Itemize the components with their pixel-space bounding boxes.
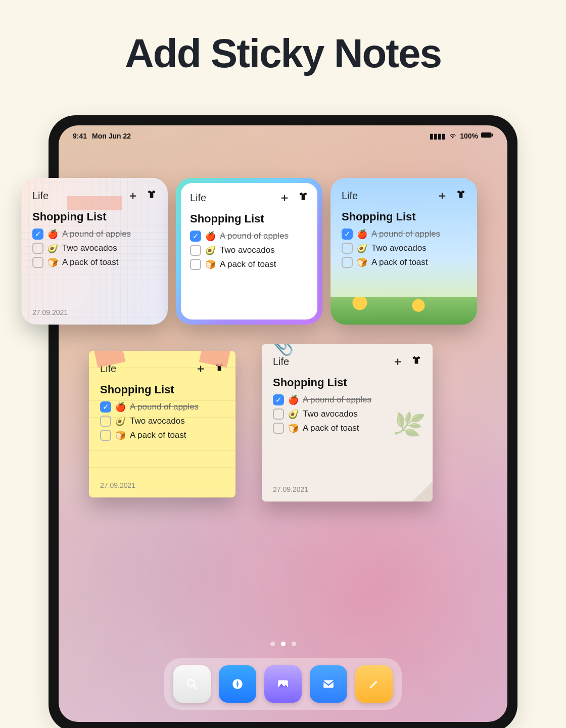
todo-item[interactable]: 🥑 Two avocados (32, 243, 157, 254)
dock-app-search[interactable] (173, 665, 211, 703)
todo-text: A pound of apples (220, 231, 289, 241)
dock-app-notes[interactable] (355, 665, 393, 703)
checkbox-empty-icon[interactable] (190, 259, 201, 270)
note-date: 27.09.2021 (273, 485, 308, 493)
todo-item[interactable]: ✓ 🍎 A pound of apples (190, 231, 308, 242)
dock (164, 658, 402, 710)
todo-emoji: 🍎 (115, 402, 126, 413)
paperclip-icon: 📎 (269, 344, 294, 356)
dock-app-photos[interactable] (264, 665, 302, 703)
svg-rect-0 (481, 132, 492, 138)
dock-app-safari[interactable] (219, 665, 256, 703)
svg-rect-1 (492, 134, 493, 136)
theme-icon[interactable] (147, 189, 157, 202)
checkbox-empty-icon[interactable] (190, 245, 201, 256)
widget-category: Life (32, 190, 49, 202)
checkbox-checked-icon[interactable]: ✓ (100, 401, 111, 413)
add-note-icon[interactable]: ＋ (195, 361, 206, 376)
checkbox-checked-icon[interactable]: ✓ (190, 231, 201, 242)
svg-point-2 (187, 679, 194, 686)
note-title: Shopping List (100, 383, 224, 396)
promo-headline: Add Sticky Notes (0, 0, 566, 77)
todo-item[interactable]: 🍞 A pack of toast (342, 257, 466, 268)
add-note-icon[interactable]: ＋ (279, 190, 290, 205)
theme-icon[interactable] (456, 189, 466, 202)
status-bar: 9:41 Mon Jun 22 ▮▮▮▮ 100% (59, 125, 507, 147)
svg-line-3 (194, 686, 197, 689)
todo-item[interactable]: 🥑 Two avocados (100, 416, 224, 427)
checkbox-empty-icon[interactable] (273, 423, 284, 434)
todo-text: Two avocados (130, 416, 185, 426)
todo-emoji: 🥑 (357, 243, 367, 254)
todo-item[interactable]: 🍞 A pack of toast (100, 430, 224, 441)
note-date: 27.09.2021 (100, 481, 135, 489)
todo-text: A pack of toast (371, 257, 428, 267)
todo-emoji: 🍞 (115, 430, 126, 441)
todo-text: A pack of toast (62, 257, 119, 267)
todo-text: Two avocados (62, 243, 117, 253)
todo-emoji: 🥑 (288, 409, 299, 420)
checkbox-checked-icon[interactable]: ✓ (342, 229, 353, 240)
checkbox-checked-icon[interactable]: ✓ (273, 394, 284, 405)
todo-item[interactable]: 🥑 Two avocados (190, 245, 308, 256)
checkbox-empty-icon[interactable] (32, 257, 43, 268)
checkbox-empty-icon[interactable] (100, 416, 111, 427)
todo-text: A pack of toast (220, 259, 276, 269)
todo-item[interactable]: ✓ 🍎 A pound of apples (32, 229, 157, 240)
add-note-icon[interactable]: ＋ (437, 188, 448, 203)
svg-rect-8 (323, 680, 334, 688)
sticky-widget-sky[interactable]: Life ＋ Shopping List ✓ 🍎 A pound of appl… (331, 178, 477, 325)
add-note-icon[interactable]: ＋ (392, 354, 403, 369)
todo-emoji: 🍞 (357, 257, 367, 268)
checkbox-empty-icon[interactable] (100, 430, 111, 441)
note-title: Shopping List (273, 376, 421, 389)
note-date: 27.09.2021 (32, 308, 68, 316)
todo-item[interactable]: 🥑 Two avocados (342, 243, 466, 254)
todo-text: Two avocados (303, 409, 358, 419)
sticky-widget-gradient[interactable]: Life ＋ Shopping List ✓ 🍎 A pound of appl… (176, 178, 322, 325)
widget-category: Life (342, 190, 358, 202)
todo-text: A pound of apples (62, 229, 131, 239)
todo-emoji: 🍎 (288, 395, 299, 405)
todo-item[interactable]: ✓ 🍎 A pound of apples (100, 401, 224, 413)
todo-emoji: 🍞 (205, 259, 216, 270)
checkbox-checked-icon[interactable]: ✓ (32, 229, 43, 240)
note-title: Shopping List (342, 210, 466, 223)
add-note-icon[interactable]: ＋ (127, 188, 138, 203)
checkbox-empty-icon[interactable] (32, 243, 43, 254)
checkbox-empty-icon[interactable] (342, 243, 353, 254)
todo-item[interactable]: ✓ 🍎 A pound of apples (342, 229, 466, 240)
note-title: Shopping List (32, 210, 157, 223)
checkbox-empty-icon[interactable] (342, 257, 353, 268)
todo-item[interactable]: ✓ 🍎 A pound of apples (273, 394, 421, 405)
todo-item[interactable]: 🍞 A pack of toast (32, 257, 157, 268)
battery-icon (481, 132, 493, 140)
todo-emoji: 🍎 (205, 231, 216, 242)
note-title: Shopping List (190, 212, 308, 225)
todo-text: A pound of apples (371, 229, 440, 239)
sticky-widget-yellow[interactable]: Life ＋ Shopping List ✓ 🍎 A pound of appl… (89, 351, 235, 497)
todo-text: A pack of toast (303, 423, 359, 433)
todo-text: A pack of toast (130, 430, 186, 440)
todo-text: A pound of apples (303, 395, 371, 405)
todo-text: Two avocados (220, 245, 275, 255)
todo-emoji: 🥑 (48, 243, 58, 254)
signal-icon: ▮▮▮▮ (430, 132, 446, 140)
todo-item[interactable]: 🍞 A pack of toast (190, 259, 308, 270)
todo-emoji: 🥑 (115, 416, 126, 427)
theme-icon[interactable] (411, 355, 421, 368)
todo-emoji: 🍞 (48, 257, 58, 268)
wifi-icon (449, 131, 457, 141)
dock-app-mail[interactable] (310, 665, 347, 703)
todo-text: A pound of apples (130, 402, 199, 412)
page-indicator[interactable] (59, 642, 507, 646)
tape-decoration (67, 196, 122, 210)
sticky-widget-beige[interactable]: 📎 🌿 Life ＋ Shopping List ✓ 🍎 A pound of … (262, 344, 433, 502)
todo-emoji: 🍎 (48, 229, 58, 240)
todo-emoji: 🍞 (288, 423, 299, 434)
widget-category: Life (273, 356, 289, 368)
checkbox-empty-icon[interactable] (273, 408, 284, 420)
theme-icon[interactable] (298, 191, 308, 204)
sticky-widget-paper[interactable]: Life ＋ Shopping List ✓ 🍎 A pound of appl… (21, 178, 168, 325)
widget-category: Life (190, 192, 206, 204)
